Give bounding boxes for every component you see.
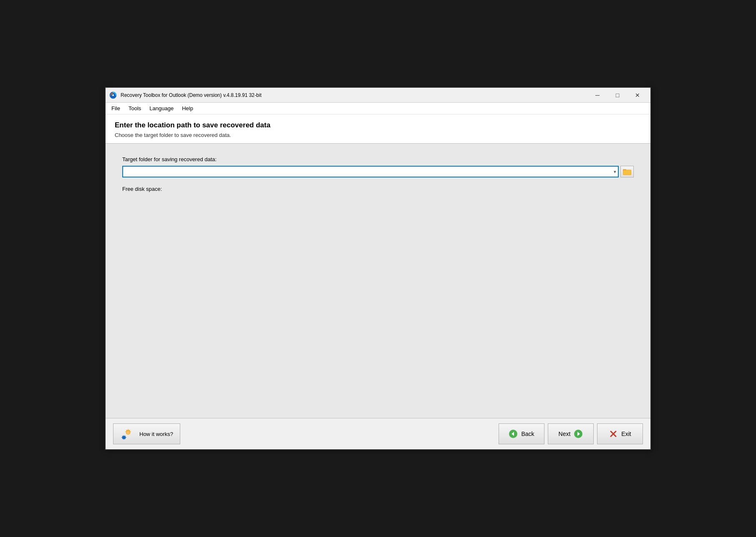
back-icon [509, 429, 518, 438]
exit-label: Exit [621, 431, 631, 437]
header-section: Enter the location path to save recovere… [106, 114, 650, 144]
exit-icon [609, 429, 618, 438]
folder-browse-icon [623, 168, 631, 175]
window-title: Recovery Toolbox for Outlook (Demo versi… [121, 92, 588, 98]
close-button[interactable]: ✕ [628, 89, 647, 101]
disk-space-label: Free disk space: [122, 186, 634, 192]
title-bar: Recovery Toolbox for Outlook (Demo versi… [106, 88, 650, 103]
exit-button[interactable]: Exit [597, 423, 643, 444]
main-window: Recovery Toolbox for Outlook (Demo versi… [105, 87, 651, 450]
browse-button[interactable] [620, 166, 634, 177]
menu-tools[interactable]: Tools [124, 104, 145, 113]
svg-point-1 [112, 94, 114, 96]
bottom-bar-right: Back Next Exit [499, 423, 643, 444]
maximize-button[interactable]: □ [608, 89, 627, 101]
menu-language[interactable]: Language [145, 104, 178, 113]
how-it-works-button[interactable]: How it works? [113, 423, 180, 444]
gear-icons [120, 426, 136, 441]
back-label: Back [521, 431, 534, 437]
page-title: Enter the location path to save recovere… [115, 121, 641, 129]
app-icon [109, 91, 117, 99]
folder-path-input[interactable] [122, 166, 619, 177]
folder-input-row: ▾ [122, 166, 634, 177]
menu-help[interactable]: Help [178, 104, 197, 113]
folder-input-wrapper: ▾ [122, 166, 619, 177]
folder-field-label: Target folder for saving recovered data: [122, 156, 634, 162]
menu-bar: File Tools Language Help [106, 103, 650, 114]
back-button[interactable]: Back [499, 423, 544, 444]
bottom-bar: How it works? Back Next [106, 418, 650, 449]
minimize-button[interactable]: ─ [588, 89, 607, 101]
how-it-works-label: How it works? [139, 431, 173, 437]
blue-gear-icon [120, 434, 128, 441]
menu-file[interactable]: File [107, 104, 124, 113]
next-icon [574, 429, 583, 438]
next-button[interactable]: Next [548, 423, 594, 444]
svg-rect-4 [623, 170, 631, 175]
page-subtitle: Choose the target folder to save recover… [115, 132, 641, 138]
content-area: Target folder for saving recovered data:… [106, 144, 650, 418]
next-label: Next [559, 431, 571, 437]
window-controls: ─ □ ✕ [588, 89, 647, 101]
